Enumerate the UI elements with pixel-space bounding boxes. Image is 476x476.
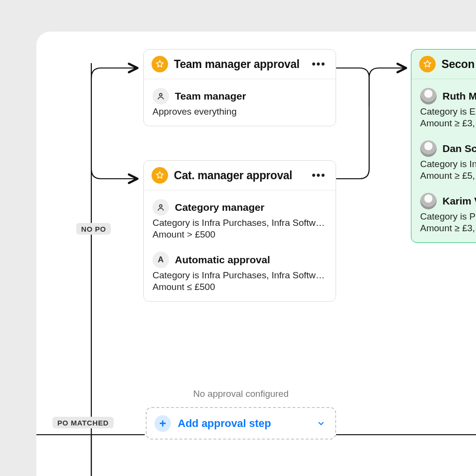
branch-label-no-po: NO PO: [76, 223, 111, 235]
card-title: Secon: [442, 58, 476, 71]
rule-text: Approves everything: [153, 106, 327, 117]
card-title: Cat. manager approval: [174, 169, 305, 182]
more-icon[interactable]: •••: [311, 61, 327, 67]
avatar: [420, 140, 437, 157]
approver-role: Team manager: [175, 90, 246, 102]
person-icon: [153, 199, 169, 216]
card-title: Team manager approval: [174, 58, 305, 71]
branch-label-po-matched: PO MATCHED: [52, 417, 114, 428]
plus-icon: +: [154, 415, 171, 432]
add-step-label: Add approval step: [178, 417, 317, 430]
approver-name: Dan Sc: [442, 143, 476, 154]
rule-text: Category is E: [420, 106, 476, 117]
svg-point-1: [159, 204, 162, 207]
rule-text: Amount > £500: [153, 229, 327, 240]
add-approval-step-button[interactable]: + Add approval step: [146, 407, 336, 440]
avatar: [420, 88, 437, 104]
approver-name: Karim V: [442, 195, 476, 207]
chevron-down-icon: [317, 419, 325, 428]
svg-point-0: [159, 93, 162, 96]
person-icon: [153, 88, 169, 104]
auto-icon: A: [153, 252, 169, 268]
rule-text: Amount ≥ £3,: [420, 118, 476, 129]
rule-text: Category is Infra Purchases, Infra Softw…: [153, 218, 327, 228]
approver-role: Automatic approval: [175, 254, 270, 266]
more-icon[interactable]: •••: [311, 172, 327, 178]
approver-role: Category manager: [175, 202, 264, 213]
star-icon: [419, 56, 436, 72]
rule-text: Category is In: [420, 159, 476, 170]
approval-step-team-manager[interactable]: Team manager approval ••• Team manager A…: [143, 49, 336, 126]
star-icon: [152, 56, 168, 72]
avatar: [420, 193, 437, 209]
rule-text: Category is P: [420, 211, 476, 222]
approver-name: Ruth M: [442, 90, 476, 102]
rule-text: Amount ≥ £5,: [420, 170, 476, 181]
rule-text: Category is Infra Purchases, Infra Softw…: [153, 270, 327, 281]
approval-step-second[interactable]: Secon Ruth M Category is E Amount ≥ £3, …: [411, 49, 476, 243]
star-icon: [152, 167, 168, 184]
rule-text: Amount ≤ £500: [153, 282, 327, 292]
rule-text: Amount ≥ £3,: [420, 223, 476, 234]
empty-state-text: No approval configured: [146, 389, 336, 399]
approval-step-cat-manager[interactable]: Cat. manager approval ••• Category manag…: [143, 160, 336, 302]
